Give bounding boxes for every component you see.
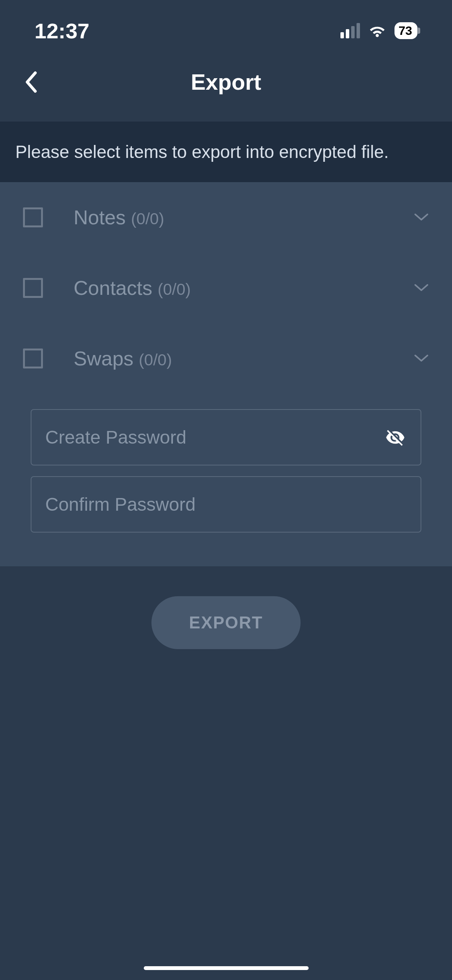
instruction-text: Please select items to export into encry…	[15, 141, 437, 162]
checkbox-swaps[interactable]	[23, 349, 43, 368]
item-row-contacts[interactable]: Contacts (0/0)	[15, 253, 437, 323]
item-label-group: Contacts (0/0)	[74, 276, 383, 299]
page-title: Export	[19, 69, 433, 95]
chevron-down-icon[interactable]	[414, 212, 429, 223]
create-password-field[interactable]: Create Password	[31, 409, 421, 465]
checkbox-contacts[interactable]	[23, 278, 43, 298]
status-bar: 12:37 73	[0, 0, 452, 58]
item-row-swaps[interactable]: Swaps (0/0)	[15, 323, 437, 394]
item-row-notes[interactable]: Notes (0/0)	[15, 182, 437, 253]
battery-icon: 73	[394, 22, 417, 39]
item-label: Notes	[74, 206, 126, 229]
checkbox-notes[interactable]	[23, 207, 43, 227]
item-label: Contacts	[74, 276, 152, 299]
status-time: 12:37	[35, 18, 89, 43]
toggle-visibility-button[interactable]	[384, 428, 407, 447]
item-count: (0/0)	[139, 351, 172, 369]
items-list: Notes (0/0) Contacts (0/0) Swaps (0/0) C…	[0, 182, 452, 566]
wifi-icon	[368, 22, 387, 39]
instruction-banner: Please select items to export into encry…	[0, 122, 452, 182]
item-label: Swaps	[74, 347, 133, 370]
chevron-down-icon[interactable]	[414, 283, 429, 293]
item-label-group: Swaps (0/0)	[74, 347, 383, 370]
chevron-down-icon[interactable]	[414, 353, 429, 364]
confirm-password-placeholder: Confirm Password	[45, 494, 196, 515]
home-indicator[interactable]	[144, 966, 309, 970]
confirm-password-field[interactable]: Confirm Password	[31, 476, 421, 533]
back-button[interactable]	[19, 71, 42, 94]
eye-off-icon	[384, 428, 407, 447]
create-password-placeholder: Create Password	[45, 427, 186, 448]
navigation-bar: Export	[0, 58, 452, 122]
chevron-left-icon	[23, 71, 38, 94]
battery-level: 73	[398, 24, 412, 38]
item-count: (0/0)	[158, 280, 191, 299]
item-count: (0/0)	[131, 210, 164, 228]
status-indicators: 73	[340, 22, 417, 39]
item-label-group: Notes (0/0)	[74, 206, 383, 229]
footer: EXPORT	[0, 566, 452, 649]
cellular-signal-icon	[340, 23, 360, 38]
password-section: Create Password Confirm Password	[15, 394, 437, 566]
export-button[interactable]: EXPORT	[151, 596, 301, 649]
